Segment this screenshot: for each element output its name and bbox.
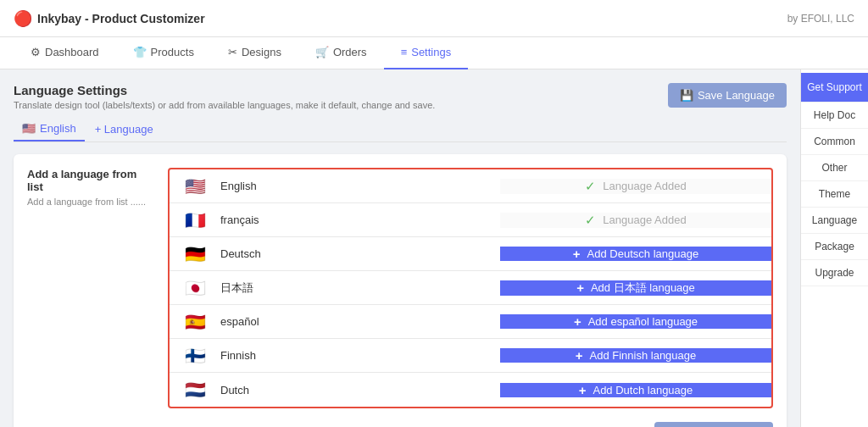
save-icon-top: 💾 (680, 89, 693, 102)
tab-dashboard-label: Dashboard (45, 46, 99, 58)
lang-flag-japanese: 🇯🇵 (170, 278, 220, 298)
plus-icon-espanol: + (574, 314, 581, 329)
table-row: 🇪🇸español+Add español language (170, 305, 771, 339)
lang-action-espanol[interactable]: +Add español language (500, 314, 771, 329)
orders-icon: 🛒 (315, 46, 329, 58)
package-button[interactable]: Package (801, 234, 868, 260)
lang-action-english: ✓Language Added (500, 179, 771, 194)
left-panel: Add a language from list Add a language … (27, 168, 154, 408)
get-support-button[interactable]: Get Support (801, 73, 868, 103)
logo-icon: 🔴 (14, 9, 32, 28)
page-header-left: Language Settings Translate design tool … (14, 83, 435, 110)
plus-icon-dutch: + (579, 383, 587, 397)
add-lang-label-dutch: Add Dutch language (593, 384, 693, 396)
tab-orders[interactable]: 🛒 Orders (298, 37, 384, 69)
other-label: Other (821, 162, 847, 174)
lang-flag-dutch: 🇳🇱 (170, 380, 220, 400)
add-lang-label-japanese: Add 日本語 language (591, 280, 695, 296)
page-title: Language Settings (14, 83, 435, 97)
add-lang-button-japanese[interactable]: +Add 日本語 language (500, 280, 771, 296)
tab-dashboard[interactable]: ⚙ Dashboard (14, 37, 116, 69)
left-panel-subtitle: Add a language from list ...... (27, 197, 154, 207)
right-sidebar: Get Support Help Doc Common Other Theme … (800, 69, 868, 427)
lang-flag-english: 🇺🇸 (170, 176, 220, 197)
bottom-save-area: 💾 Save Language (27, 422, 773, 427)
english-flag: 🇺🇸 (22, 122, 36, 135)
help-doc-button[interactable]: Help Doc (801, 103, 868, 129)
save-language-button-top[interactable]: 💾 Save Language (668, 83, 787, 108)
table-row: 🇫🇮Finnish+Add Finnish language (170, 339, 771, 373)
top-bar: 🔴 Inkybay - Product Customizer by EFOLI,… (0, 0, 868, 37)
app-logo: 🔴 Inkybay - Product Customizer (14, 9, 205, 28)
add-language-label: + Language (95, 123, 153, 136)
tab-settings[interactable]: ≡ Settings (384, 37, 469, 69)
lang-action-dutch[interactable]: +Add Dutch language (500, 383, 771, 397)
language-card: Add a language from list Add a language … (14, 154, 787, 427)
tab-designs[interactable]: ✂ Designs (211, 37, 298, 69)
lang-action-finnish[interactable]: +Add Finnish language (500, 348, 771, 363)
nav-tabs: ⚙ Dashboard 👕 Products ✂ Designs 🛒 Order… (0, 37, 868, 69)
page-subtitle: Translate design tool (labels/texts) or … (14, 100, 435, 110)
app-name: Inkybay - Product Customizer (37, 12, 205, 25)
lang-name-dutch: Dutch (220, 384, 500, 396)
by-efoli: by EFOLI, LLC (787, 13, 854, 25)
checkmark-icon-francais: ✓ (585, 213, 596, 228)
language-table: 🇺🇸English✓Language Added🇫🇷français✓Langu… (168, 168, 773, 408)
add-language-tab[interactable]: + Language (95, 123, 153, 136)
lang-flag-francais: 🇫🇷 (170, 210, 220, 230)
products-icon: 👕 (133, 46, 147, 58)
common-button[interactable]: Common (801, 129, 868, 155)
save-label-top: Save Language (698, 89, 775, 102)
language-label: Language (812, 214, 857, 226)
lang-action-francais: ✓Language Added (500, 213, 771, 228)
add-lang-label-espanol: Add español language (588, 315, 698, 328)
tab-products-label: Products (151, 46, 194, 58)
theme-label: Theme (819, 188, 850, 200)
lang-name-espanol: español (220, 315, 500, 328)
tab-designs-label: Designs (242, 46, 281, 58)
help-doc-label: Help Doc (814, 109, 855, 121)
package-label: Package (815, 241, 854, 252)
lang-added-label-francais: Language Added (603, 214, 686, 226)
lang-action-japanese[interactable]: +Add 日本語 language (500, 280, 771, 296)
plus-icon-finnish: + (576, 348, 583, 363)
lang-name-finnish: Finnish (220, 349, 500, 362)
tab-orders-label: Orders (333, 46, 367, 58)
lang-name-english: English (220, 180, 500, 192)
common-label: Common (814, 136, 855, 147)
lang-tab-english[interactable]: 🇺🇸 English (14, 117, 85, 141)
add-lang-button-dutch[interactable]: +Add Dutch language (500, 383, 771, 397)
table-row: 🇺🇸English✓Language Added (170, 169, 771, 203)
english-tab-label: English (40, 122, 76, 135)
lang-added-english: ✓Language Added (500, 179, 771, 194)
plus-icon-japanese: + (576, 280, 584, 295)
table-row: 🇯🇵日本語+Add 日本語 language (170, 271, 771, 305)
add-lang-button-finnish[interactable]: +Add Finnish language (500, 348, 771, 363)
lang-flag-deutsch: 🇩🇪 (170, 244, 220, 264)
lang-name-japanese: 日本語 (220, 280, 500, 296)
left-panel-title: Add a language from list (27, 168, 154, 193)
language-button[interactable]: Language (801, 208, 868, 234)
lang-name-deutsch: Deutsch (220, 247, 500, 260)
table-row: 🇳🇱Dutch+Add Dutch language (170, 373, 771, 407)
dashboard-icon: ⚙ (31, 46, 41, 58)
main-layout: Language Settings Translate design tool … (0, 69, 868, 427)
add-lang-label-deutsch: Add Deutsch language (587, 247, 699, 260)
settings-icon: ≡ (401, 46, 408, 58)
lang-flag-espanol: 🇪🇸 (170, 312, 220, 332)
add-lang-label-finnish: Add Finnish language (590, 349, 697, 362)
save-language-button-bottom[interactable]: 💾 Save Language (654, 422, 773, 427)
content-area: Language Settings Translate design tool … (0, 69, 800, 427)
lang-action-deutsch[interactable]: +Add Deutsch language (500, 247, 771, 261)
add-lang-button-deutsch[interactable]: +Add Deutsch language (500, 247, 771, 261)
tab-settings-label: Settings (411, 46, 451, 58)
add-lang-button-espanol[interactable]: +Add español language (500, 314, 771, 329)
plus-icon-deutsch: + (573, 247, 581, 261)
other-button[interactable]: Other (801, 155, 868, 181)
upgrade-button[interactable]: Upgrade (801, 260, 868, 286)
card-inner: Add a language from list Add a language … (27, 168, 773, 408)
get-support-label: Get Support (807, 81, 862, 93)
checkmark-icon-english: ✓ (585, 179, 596, 194)
theme-button[interactable]: Theme (801, 181, 868, 208)
tab-products[interactable]: 👕 Products (116, 37, 211, 69)
